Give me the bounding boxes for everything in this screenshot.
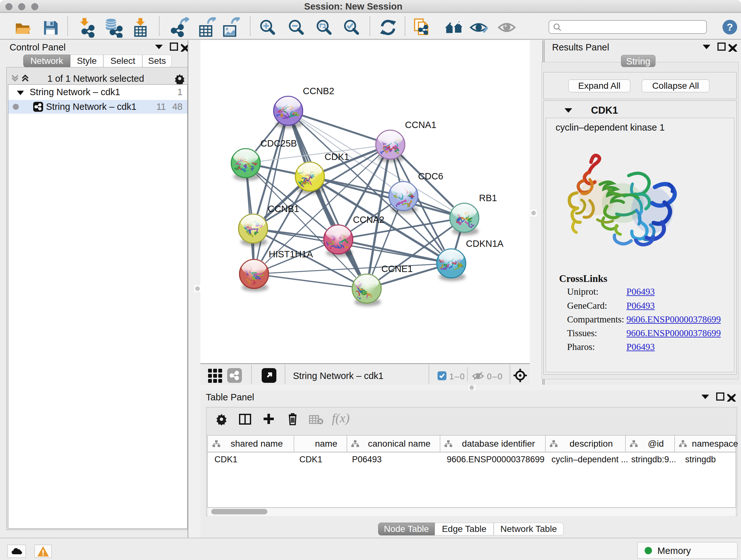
svg-text:CCNB1: CCNB1: [268, 204, 299, 214]
svg-text:RB1: RB1: [479, 193, 497, 203]
svg-text:CCNA1: CCNA1: [405, 120, 436, 130]
svg-text:HIST1H1A: HIST1H1A: [269, 249, 313, 259]
svg-text:CCNA2: CCNA2: [353, 214, 384, 225]
svg-text:CDC6: CDC6: [418, 171, 443, 181]
svg-text:CDK1: CDK1: [325, 152, 349, 162]
svg-text:CCNE1: CCNE1: [381, 264, 413, 274]
svg-text:CDKN1A: CDKN1A: [466, 239, 503, 249]
svg-text:CDC25B: CDC25B: [260, 138, 297, 148]
svg-text:CCNB2: CCNB2: [303, 86, 334, 96]
